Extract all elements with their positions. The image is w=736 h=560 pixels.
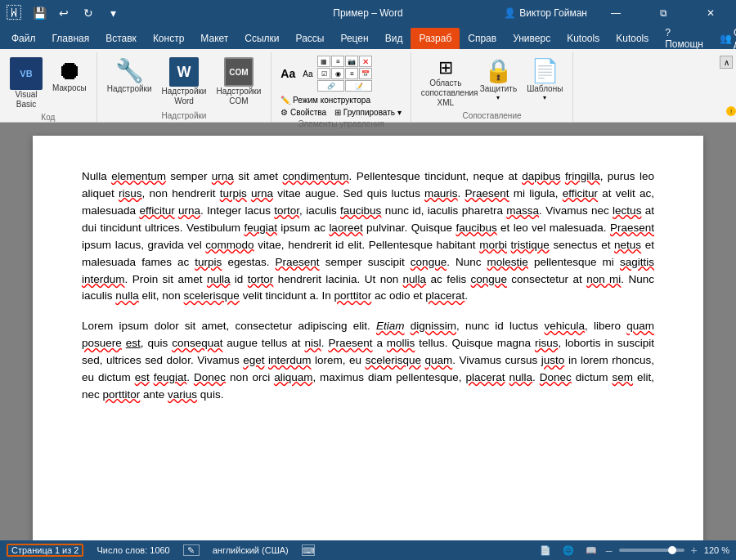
tab-layout[interactable]: Макет xyxy=(192,28,236,49)
web-view-button[interactable]: 🌐 xyxy=(560,545,577,556)
title-bar: 🇼 💾 ↩ ↻ ▾ Пример – Word 👤 Виктор Гойман … xyxy=(0,0,736,26)
ctrl-icon-9[interactable]: 🔗 xyxy=(317,80,344,92)
word-turpis1: turpis xyxy=(220,187,247,199)
com-addins-button[interactable]: COM НадстройкиCOM xyxy=(213,56,264,108)
restore-button[interactable]: ⧉ xyxy=(644,0,682,26)
ctrl-icon-1[interactable]: ▦ xyxy=(317,56,330,67)
tab-home[interactable]: Главная xyxy=(44,28,98,49)
design-mode-button[interactable]: ✏️ Режим конструктора xyxy=(278,95,373,105)
document-container[interactable]: Nulla elementum semper urna sit amet con… xyxy=(0,123,736,540)
read-view-button[interactable]: 📖 xyxy=(583,545,599,556)
zoom-level[interactable]: 120 % xyxy=(704,545,729,555)
ctrl-icon-7[interactable]: ≡ xyxy=(345,68,358,79)
ribbon-tabs: Файл Главная Вставк Констр Макет Ссылки … xyxy=(0,26,736,49)
ctrl-icon-5[interactable]: ☑ xyxy=(317,68,330,79)
word-porttitor2: porttitor xyxy=(103,388,141,401)
xml-mapping-button[interactable]: ⊞ Область сопоставления XML xyxy=(418,56,473,110)
word-icon: W xyxy=(169,57,199,87)
aa-row: Aa Aa ▦ ≡ 📷 ✕ ☑ ◉ xyxy=(278,56,403,92)
word-urna3: urna xyxy=(178,204,200,217)
word-addins-button[interactable]: W ! НадстройкиWord xyxy=(159,56,210,108)
ctrl-icon-3[interactable]: 📷 xyxy=(345,56,358,67)
tab-help2[interactable]: ? Помощн xyxy=(657,28,711,49)
ctrl-icon-4[interactable]: ✕ xyxy=(359,56,372,67)
redo-button[interactable]: ↻ xyxy=(79,3,98,23)
tab-file[interactable]: Файл xyxy=(3,28,44,49)
tab-help[interactable]: Справ xyxy=(460,28,505,49)
addins-group-label: Надстройки xyxy=(104,110,265,122)
tab-references[interactable]: Ссылки xyxy=(236,28,287,49)
word-interdum2: interdum xyxy=(268,354,312,366)
word-quam2: quam xyxy=(424,354,452,366)
tab-kutools1[interactable]: Kutools xyxy=(559,28,608,49)
page-indicator[interactable]: Страница 1 из 2 xyxy=(7,544,83,557)
zoom-out-button[interactable]: – xyxy=(606,544,613,557)
code-group-label: Код xyxy=(7,111,90,123)
track-changes-icon[interactable]: ✎ xyxy=(183,544,200,556)
word-sem: sem xyxy=(613,371,634,383)
document-page: Nulla elementum semper urna sit amet con… xyxy=(33,136,703,540)
language-indicator[interactable]: английский (США) xyxy=(213,545,289,555)
com-icon: COM xyxy=(224,57,254,87)
tab-review[interactable]: Рецен xyxy=(332,28,376,49)
zoom-in-button[interactable]: + xyxy=(691,544,698,557)
addins-button[interactable]: 🔧 Надстройки xyxy=(104,56,155,96)
undo-button[interactable]: ↩ xyxy=(54,3,74,23)
word-commodo: commodo xyxy=(205,239,254,251)
zoom-slider[interactable] xyxy=(619,549,684,552)
word-turpis2: turpis xyxy=(195,256,222,268)
word-sagittis: sagittis xyxy=(620,256,654,268)
word-placerat1: placerat xyxy=(425,289,464,302)
word-congue2: congue xyxy=(471,273,507,285)
save-button[interactable]: 💾 xyxy=(29,3,49,23)
document-title: Пример – Word xyxy=(333,7,402,19)
aa-large-button[interactable]: Aa xyxy=(278,66,298,81)
minimize-button[interactable]: — xyxy=(597,0,635,26)
ribbon-group-controls: Aa Aa ▦ ≡ 📷 ✕ ☑ ◉ xyxy=(272,52,411,122)
ribbon-collapse-button[interactable]: ∧ xyxy=(720,56,733,69)
ribbon-content: VB VisualBasic ⏺ Макросы Код 🔧 Надстройк… xyxy=(0,49,736,123)
word-nulla4: nulla xyxy=(509,371,533,383)
print-view-button[interactable]: 📄 xyxy=(537,545,554,556)
controls-left: Aa Aa ▦ ≡ 📷 ✕ ☑ ◉ xyxy=(278,56,403,118)
tab-view[interactable]: Вид xyxy=(377,28,411,49)
word-nulla2: nulla xyxy=(403,273,427,285)
templates-button[interactable]: 📄 Шаблоны ▾ xyxy=(523,56,566,103)
ctrl-icon-10[interactable]: 📝 xyxy=(345,80,372,92)
paragraph-2: Lorem ipsum dolor sit amet, consectetur … xyxy=(82,318,654,404)
close-button[interactable]: ✕ xyxy=(692,0,729,26)
ctrl-icon-2[interactable]: ≡ xyxy=(331,56,344,67)
ctrl-icon-8[interactable]: 📅 xyxy=(359,68,372,79)
word-est2: est xyxy=(135,371,150,383)
status-bar: Страница 1 из 2 Число слов: 1060 ✎ англи… xyxy=(0,540,736,560)
protect-button[interactable]: 🔒 Защитить ▾ xyxy=(477,56,520,103)
tab-developer[interactable]: Разраб xyxy=(411,28,460,49)
templates-dropdown: ▾ xyxy=(543,94,546,101)
tab-kutools2[interactable]: Kutools xyxy=(608,28,657,49)
word-count-text: Число слов: 1060 xyxy=(96,545,169,555)
qat-dropdown-button[interactable]: ▾ xyxy=(103,3,123,23)
word-quam1: quam xyxy=(626,320,654,332)
paragraph-1: Nulla elementum semper urna sit amet con… xyxy=(82,168,654,305)
tab-insert[interactable]: Вставк xyxy=(97,28,145,49)
tab-mailings[interactable]: Рассы xyxy=(288,28,333,49)
spell-check-icon[interactable]: ⌨ xyxy=(302,544,315,556)
word-efficitur1: efficitur xyxy=(563,187,598,199)
word-varius: varius xyxy=(168,388,197,401)
user-info: 👤 Виктор Гойман xyxy=(504,7,587,19)
word-mauris: mauris xyxy=(424,187,458,199)
visual-basic-button[interactable]: VB VisualBasic xyxy=(7,56,46,111)
protect-dropdown: ▾ xyxy=(496,94,500,101)
aa-small-button[interactable]: Aa xyxy=(300,69,315,79)
group-button[interactable]: ⊞ Группировать ▾ xyxy=(332,107,404,118)
word-elementum: elementum xyxy=(111,170,166,182)
tab-universal[interactable]: Универс xyxy=(505,28,559,49)
macros-button[interactable]: ⏺ Макросы xyxy=(49,56,90,95)
word-risus2: risus xyxy=(535,337,559,349)
ctrl-icon-6[interactable]: ◉ xyxy=(331,68,344,79)
tab-share[interactable]: 👥 Общий доступ xyxy=(711,28,736,49)
word-condimentum: condimentum xyxy=(283,170,349,182)
word-urna2: urna xyxy=(251,187,273,199)
properties-button[interactable]: ⚙ Свойства xyxy=(278,107,329,118)
tab-design[interactable]: Констр xyxy=(145,28,192,49)
